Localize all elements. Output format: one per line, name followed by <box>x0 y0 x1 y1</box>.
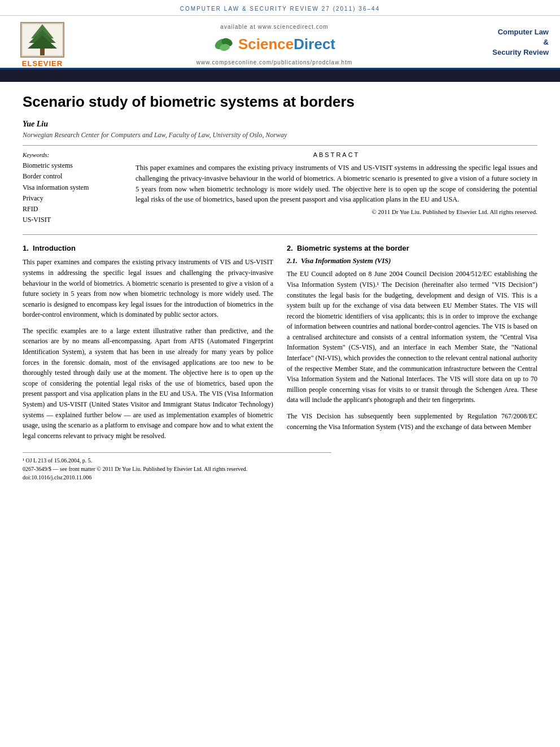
journal-title-line1: Computer Law <box>492 27 549 37</box>
keyword-3: Visa information system <box>23 182 124 193</box>
header-center: available at www.sciencedirect.com Scien… <box>73 21 475 68</box>
abstract-column: ABSTRACT This paper examines and compare… <box>135 151 537 225</box>
keywords-column: Keywords: Biometric systems Border contr… <box>23 151 124 225</box>
footnote-1: ¹ OJ L 213 of 15.06.2004, p. 5. <box>23 456 537 465</box>
footnote-divider <box>23 452 331 453</box>
affiliation: Norwegian Research Center for Computers … <box>23 131 537 139</box>
journal-title-line3: Security Review <box>492 47 549 58</box>
sciencedirect-icon <box>213 33 235 55</box>
keywords-label: Keywords: <box>23 151 124 158</box>
intro-paragraph-2: The specific examples are to a large ext… <box>23 326 273 442</box>
svg-rect-1 <box>40 49 45 55</box>
article-title: Scenario study of biometric systems at b… <box>23 93 537 111</box>
keyword-2: Border control <box>23 171 124 182</box>
divider-after-affiliation <box>23 145 537 146</box>
section-2-heading: 2. Biometric systems at the border <box>287 244 537 252</box>
abstract-header: ABSTRACT <box>135 151 537 158</box>
abstract-section: Keywords: Biometric systems Border contr… <box>23 151 537 225</box>
vis-paragraph-2: The VIS Decision has subsequently been s… <box>287 411 537 432</box>
elsevier-label: ELSEVIER <box>22 59 63 68</box>
section-1-title: Introduction <box>33 244 76 252</box>
right-column: 2. Biometric systems at the border 2.1. … <box>287 244 537 447</box>
section-1-number: 1. <box>23 244 29 252</box>
intro-paragraph-1: This paper examines and compares the exi… <box>23 257 273 320</box>
website-text: www.compseconline.com/publications/prodc… <box>196 59 353 65</box>
vis-paragraph-1: The EU Council adopted on 8 June 2004 Co… <box>287 269 537 405</box>
journal-citation: COMPUTER LAW & SECURITY REVIEW 27 (2011)… <box>180 6 380 12</box>
section-2-title: Biometric systems at the border <box>297 244 409 252</box>
divider-after-abstract <box>23 234 537 235</box>
elsevier-logo-area: ELSEVIER <box>11 21 73 68</box>
section-2-number: 2. <box>287 244 293 252</box>
keyword-1: Biometric systems <box>23 160 124 171</box>
author-name: Yue Liu <box>23 120 537 129</box>
dark-bar <box>0 69 560 82</box>
subsection-2-1-number: 2.1. <box>287 257 298 265</box>
sciencedirect-text: ScienceDirect <box>238 36 335 53</box>
subsection-2-1-heading: 2.1. Visa Information System (VIS) <box>287 257 537 265</box>
abstract-copyright: © 2011 Dr Yue Liu. Published by Elsevier… <box>135 208 537 215</box>
keyword-6: US-VISIT <box>23 215 124 225</box>
footnote-3: doi:10.1016/j.clsr.2010.11.006 <box>23 473 537 482</box>
page: COMPUTER LAW & SECURITY REVIEW 27 (2011)… <box>0 0 560 747</box>
subsection-2-1-title: Visa Information System (VIS) <box>301 257 391 265</box>
header-right: Computer Law & Security Review <box>475 21 549 68</box>
abstract-text: This paper examines and compares the exi… <box>135 163 537 205</box>
left-column: 1. Introduction This paper examines and … <box>23 244 273 447</box>
top-banner: COMPUTER LAW & SECURITY REVIEW 27 (2011)… <box>0 0 560 16</box>
journal-title-line2: & <box>492 37 549 47</box>
available-text: available at www.sciencedirect.com <box>220 24 328 30</box>
sciencedirect-logo: ScienceDirect <box>213 33 335 55</box>
section-1-heading: 1. Introduction <box>23 244 273 252</box>
keyword-4: Privacy <box>23 193 124 204</box>
article-body: Scenario study of biometric systems at b… <box>0 82 560 493</box>
keywords-list: Biometric systems Border control Visa in… <box>23 160 124 225</box>
header: ELSEVIER available at www.sciencedirect.… <box>0 16 560 69</box>
journal-title: Computer Law & Security Review <box>492 27 549 58</box>
elsevier-box: ELSEVIER <box>20 21 65 68</box>
body-columns: 1. Introduction This paper examines and … <box>23 244 537 447</box>
elsevier-tree-icon <box>20 21 65 58</box>
footnote-2: 0267-3649/$ — see front matter © 2011 Dr… <box>23 465 537 473</box>
keyword-5: RFID <box>23 204 124 215</box>
